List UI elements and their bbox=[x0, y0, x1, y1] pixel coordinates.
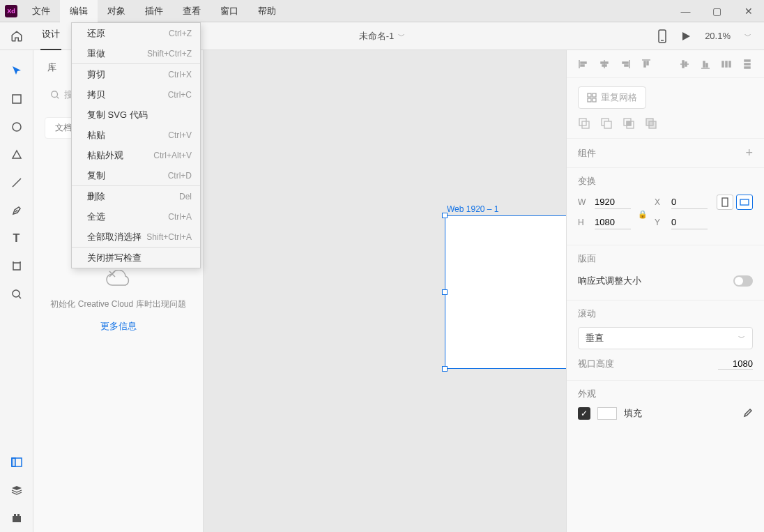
chevron-down-icon[interactable]: ﹀ bbox=[744, 31, 751, 41]
menu-view[interactable]: 查看 bbox=[173, 0, 211, 22]
repeat-grid-label: 重复网格 bbox=[601, 91, 637, 104]
artboard-label[interactable]: Web 1920 – 1 bbox=[447, 204, 499, 214]
menu-window[interactable]: 窗口 bbox=[211, 0, 248, 22]
responsive-toggle[interactable] bbox=[733, 275, 753, 287]
landscape-button[interactable] bbox=[736, 195, 753, 210]
line-tool[interactable] bbox=[0, 169, 33, 197]
menu-edit[interactable]: 编辑 bbox=[60, 0, 98, 22]
artboard-tool[interactable] bbox=[0, 252, 33, 280]
section-component: 组件 + bbox=[567, 139, 764, 167]
align-middle-icon[interactable] bbox=[679, 58, 690, 70]
component-label: 组件 bbox=[578, 147, 596, 160]
exclude-boolean-icon[interactable] bbox=[645, 117, 657, 130]
repeat-grid-button[interactable]: 重复网格 bbox=[578, 86, 646, 109]
cloud-error-icon bbox=[104, 270, 133, 289]
align-left-icon[interactable] bbox=[578, 58, 589, 70]
device-preview-icon[interactable] bbox=[657, 29, 667, 43]
scroll-select[interactable]: 垂直 ﹀ bbox=[578, 327, 753, 349]
edit-menu-item[interactable]: 重做Shift+Ctrl+Z bbox=[72, 43, 200, 63]
x-input[interactable] bbox=[671, 195, 708, 209]
polygon-tool[interactable] bbox=[0, 141, 33, 169]
select-tool[interactable] bbox=[0, 57, 33, 85]
search-icon bbox=[50, 90, 60, 100]
minimize-button[interactable]: — bbox=[670, 0, 701, 22]
svg-rect-2 bbox=[13, 95, 21, 103]
svg-rect-11 bbox=[12, 458, 15, 466]
layers-panel-button[interactable] bbox=[0, 476, 33, 504]
svg-rect-44 bbox=[593, 93, 596, 97]
width-input[interactable] bbox=[595, 195, 631, 209]
edit-menu-item[interactable]: 复制Ctrl+D bbox=[72, 165, 200, 185]
align-right-icon[interactable] bbox=[620, 58, 631, 70]
viewport-height-input[interactable] bbox=[718, 358, 753, 370]
tool-rail: T bbox=[0, 50, 33, 532]
svg-rect-26 bbox=[622, 62, 628, 63]
intersect-boolean-icon[interactable] bbox=[622, 117, 635, 130]
canvas[interactable]: Web 1920 – 1 bbox=[204, 50, 566, 532]
artboard[interactable] bbox=[445, 215, 566, 369]
responsive-label: 响应式调整大小 bbox=[578, 275, 641, 287]
edit-menu-item[interactable]: 粘贴Ctrl+V bbox=[72, 125, 200, 145]
section-transform: 变换 bbox=[567, 168, 764, 195]
svg-point-15 bbox=[52, 91, 58, 98]
play-button[interactable] bbox=[681, 31, 691, 41]
more-info-link[interactable]: 更多信息 bbox=[33, 320, 203, 333]
plugins-panel-button[interactable] bbox=[0, 504, 33, 532]
distribute-h-icon[interactable] bbox=[721, 58, 732, 70]
libraries-panel-button[interactable] bbox=[0, 448, 33, 476]
home-button[interactable] bbox=[0, 30, 33, 43]
resize-handle[interactable] bbox=[442, 366, 448, 372]
align-top-icon[interactable] bbox=[641, 58, 652, 70]
grid-icon bbox=[587, 93, 597, 102]
fill-swatch[interactable] bbox=[597, 407, 617, 420]
edit-menu-item[interactable]: 关闭拼写检查 bbox=[72, 248, 200, 268]
eyedropper-icon[interactable] bbox=[742, 408, 753, 419]
menu-help[interactable]: 帮助 bbox=[248, 0, 286, 22]
add-boolean-icon[interactable] bbox=[578, 117, 590, 130]
edit-menu-item[interactable]: 拷贝Ctrl+C bbox=[72, 84, 200, 105]
svg-point-8 bbox=[13, 290, 20, 297]
svg-line-9 bbox=[19, 296, 21, 298]
design-tab[interactable]: 设计 bbox=[33, 28, 68, 45]
edit-menu-item[interactable]: 粘贴外观Ctrl+Alt+V bbox=[72, 145, 200, 165]
svg-rect-36 bbox=[706, 63, 708, 67]
align-bottom-icon[interactable] bbox=[700, 58, 711, 70]
zoom-percent[interactable]: 20.1% bbox=[705, 31, 731, 41]
menu-object[interactable]: 对象 bbox=[98, 0, 135, 22]
menu-bar: Xd 文件 编辑 对象 插件 查看 窗口 帮助 — ▢ ✕ bbox=[0, 0, 764, 22]
pen-tool[interactable] bbox=[0, 197, 33, 225]
align-center-h-icon[interactable] bbox=[599, 58, 610, 70]
edit-menu-item[interactable]: 全选Ctrl+A bbox=[72, 206, 200, 227]
edit-menu-item[interactable]: 删除Del bbox=[72, 186, 200, 206]
resize-handle[interactable] bbox=[442, 289, 448, 295]
close-button[interactable]: ✕ bbox=[733, 0, 764, 22]
rectangle-tool[interactable] bbox=[0, 85, 33, 113]
menu-file[interactable]: 文件 bbox=[22, 0, 60, 22]
add-component-button[interactable]: + bbox=[745, 146, 753, 160]
ellipse-tool[interactable] bbox=[0, 113, 33, 141]
edit-menu-item[interactable]: 剪切Ctrl+X bbox=[72, 64, 200, 84]
svg-rect-27 bbox=[625, 65, 628, 66]
y-input[interactable] bbox=[671, 215, 708, 229]
menu-plugins[interactable]: 插件 bbox=[135, 0, 173, 22]
svg-rect-42 bbox=[744, 67, 750, 68]
viewport-label: 视口高度 bbox=[578, 358, 614, 370]
text-tool[interactable]: T bbox=[0, 225, 33, 252]
transform-label: 变换 bbox=[578, 175, 596, 188]
subtract-boolean-icon[interactable] bbox=[600, 117, 613, 130]
resize-handle[interactable] bbox=[442, 213, 448, 218]
fill-checkbox[interactable]: ✓ bbox=[578, 407, 590, 420]
maximize-button[interactable]: ▢ bbox=[701, 0, 733, 22]
zoom-tool[interactable] bbox=[0, 280, 33, 308]
edit-menu-item[interactable]: 还原Ctrl+Z bbox=[72, 23, 200, 43]
document-title[interactable]: 未命名-1 ﹀ bbox=[359, 30, 406, 43]
edit-menu-item[interactable]: 全部取消选择Shift+Ctrl+A bbox=[72, 227, 200, 247]
fill-label: 填充 bbox=[624, 407, 642, 420]
height-input[interactable] bbox=[595, 215, 631, 229]
svg-rect-12 bbox=[13, 516, 21, 522]
distribute-v-icon[interactable] bbox=[742, 58, 753, 70]
lock-aspect-icon[interactable]: 🔒 bbox=[638, 210, 648, 219]
edit-menu-item[interactable]: 复制 SVG 代码 bbox=[72, 105, 200, 125]
svg-rect-33 bbox=[685, 62, 687, 66]
portrait-button[interactable] bbox=[717, 195, 733, 210]
